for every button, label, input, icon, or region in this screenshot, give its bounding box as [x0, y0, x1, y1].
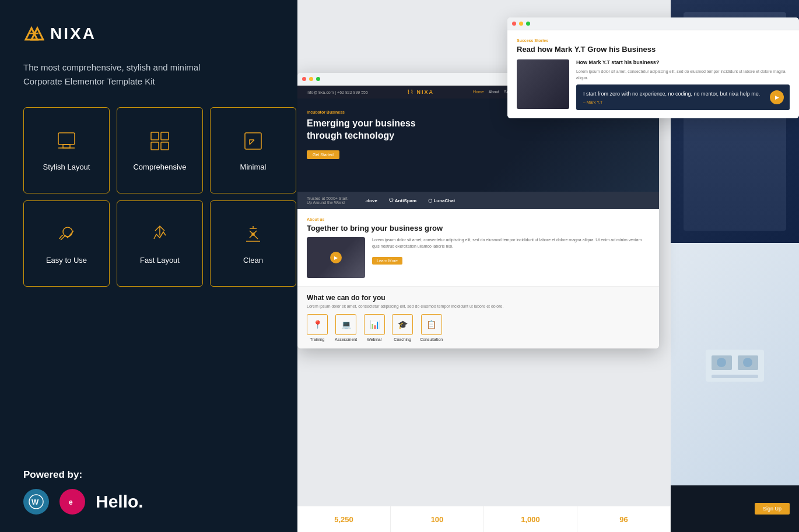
about-label: About us [307, 217, 650, 221]
powered-section: Powered by: W e Hello. [23, 469, 274, 515]
svg-point-22 [717, 358, 726, 367]
stylish-layout-icon [55, 129, 78, 156]
article-title: Read how Mark Y.T Grow his Business [517, 45, 790, 54]
meeting-visual [700, 341, 770, 387]
browser-dot-red-main [302, 77, 306, 81]
hero-cta-button[interactable]: Get Started [307, 150, 339, 159]
about-description: Lorem ipsum dolor sit amet, consectetur … [372, 237, 650, 249]
partners-row: Trusted at 5000+ Start-Up Around the Wor… [297, 192, 659, 209]
training-label: Training [310, 337, 324, 341]
services-description: Lorem ipsum dolor sit amet, consectetur … [307, 304, 650, 308]
wordpress-logo: W [23, 489, 49, 515]
quote-play-button[interactable]: ▶ [770, 90, 784, 104]
feature-card-easy-to-use: Easy to Use [23, 200, 110, 287]
service-assessment: 💻 Assessment [335, 314, 357, 341]
browser-dot-green [526, 22, 530, 26]
feature-label-comprehensive: Comprehensive [133, 163, 186, 171]
easy-to-use-icon [55, 223, 78, 249]
nav-logo: ⌇⌇ NIXA [407, 89, 434, 95]
hero-title: Emerging your business through technolog… [307, 118, 423, 142]
feature-card-comprehensive: Comprehensive [117, 107, 203, 193]
article-mockup: Success Stories Read how Mark Y.T Grow h… [507, 17, 799, 118]
assessment-icon: 💻 [335, 314, 356, 335]
about-section: About us Together to bring your business… [297, 209, 659, 286]
partner-antispam: 🛡 AntiSpam [389, 198, 416, 203]
service-coaching: 🎓 Coaching [392, 314, 413, 341]
feature-label-stylish-layout: Stylish Layout [43, 163, 90, 171]
signup-button[interactable]: Sign Up [755, 503, 790, 515]
browser-dot-yellow [519, 22, 523, 26]
article-right: How Mark Y.T start his business? Lorem i… [576, 59, 790, 110]
assessment-label: Assessment [335, 337, 357, 341]
training-icon: 📍 [307, 314, 328, 335]
quote-box: I start from zero with no experience, no… [576, 84, 790, 110]
about-play-button[interactable]: ▶ [330, 252, 342, 263]
fast-layout-icon [148, 223, 171, 249]
svg-rect-21 [712, 375, 758, 378]
article-sub-title: How Mark Y.T start his business? [576, 59, 790, 65]
webinar-label: Webinar [367, 337, 382, 341]
powered-label: Powered by: [23, 469, 274, 481]
svg-rect-3 [58, 133, 75, 145]
hello-logo: Hello. [96, 492, 143, 512]
comprehensive-icon [148, 129, 171, 156]
consultation-label: Consultation [420, 337, 443, 341]
feature-label-fast-layout: Fast Layout [140, 256, 180, 265]
feature-grid: Stylish Layout Comprehensive Minimal Eas… [23, 107, 274, 287]
stat-num-4: 96 [619, 515, 628, 524]
feature-label-minimal: Minimal [240, 163, 267, 171]
logo-area: NIXA [23, 23, 274, 44]
feature-label-easy-to-use: Easy to Use [46, 256, 87, 265]
browser-dot-red [512, 22, 516, 26]
coaching-label: Coaching [394, 337, 411, 341]
feature-card-fast-layout: Fast Layout [117, 200, 203, 287]
svg-rect-6 [151, 132, 159, 140]
powered-logos: W e Hello. [23, 489, 274, 515]
about-learn-more-button[interactable]: Learn More [372, 257, 402, 265]
nav-contact-info: info@nixa.com | +62 822 999 555 [307, 90, 368, 94]
article-person-image [517, 59, 569, 109]
article-category-label: Success Stories [517, 38, 790, 43]
about-image: ▶ [307, 237, 365, 278]
svg-text:e: e [69, 498, 73, 506]
about-row: ▶ Lorem ipsum dolor sit amet, consectetu… [307, 237, 650, 278]
service-webinar: 📊 Webinar [364, 314, 385, 341]
right-panel: Success Stories Read how Mark Y.T Grow h… [297, 0, 799, 532]
nav-link-home[interactable]: Home [473, 90, 484, 94]
svg-rect-8 [151, 142, 159, 150]
feature-card-stylish-layout: Stylish Layout [23, 107, 110, 193]
minimal-icon [241, 129, 265, 156]
consultation-icon: 📋 [421, 314, 442, 335]
services-title: What we can do for you [307, 294, 650, 302]
browser-dot-yellow-main [309, 77, 313, 81]
feature-card-clean: Clean [210, 200, 296, 287]
service-training: 📍 Training [307, 314, 328, 341]
svg-point-12 [63, 227, 72, 237]
brand-name: NIXA [50, 24, 96, 43]
svg-text:W: W [31, 498, 39, 506]
stat-num-2: 100 [431, 515, 444, 524]
feature-card-minimal: Minimal [210, 107, 296, 193]
about-title: Together to bring your business grow [307, 224, 650, 232]
quote-author: – Mark Y.T [583, 100, 783, 104]
article-section: Success Stories Read how Mark Y.T Grow h… [507, 30, 799, 118]
stat-4: 96 [577, 506, 671, 532]
stats-bar: 5,250 100 1,000 96 [297, 506, 671, 532]
quote-text: I start from zero with no experience, no… [583, 90, 783, 98]
left-panel: NIXA The most comprehensive, stylish and… [0, 0, 297, 532]
partners-label: Trusted at 5000+ Start-Up Around the Wor… [307, 196, 353, 205]
elementor-logo: e [59, 489, 85, 515]
services-section: What we can do for you Lorem ipsum dolor… [297, 286, 659, 348]
stat-1: 5,250 [297, 506, 391, 532]
edge-card-meeting [671, 243, 799, 486]
nav-link-about[interactable]: About [489, 90, 499, 94]
edge-card-signup: Sign Up [671, 485, 799, 532]
article-content: How Mark Y.T start his business? Lorem i… [517, 59, 790, 110]
article-body: Lorem ipsum dolor sit amet, consectetur … [576, 69, 790, 81]
svg-rect-9 [161, 142, 169, 150]
service-icons-row: 📍 Training 💻 Assessment 📊 Webinar 🎓 Coac… [307, 314, 650, 341]
svg-rect-2 [29, 33, 38, 34]
svg-rect-5 [63, 145, 70, 148]
partner-lunachat: ◌ LunaChat [428, 198, 455, 203]
stat-num-1: 5,250 [334, 515, 353, 524]
